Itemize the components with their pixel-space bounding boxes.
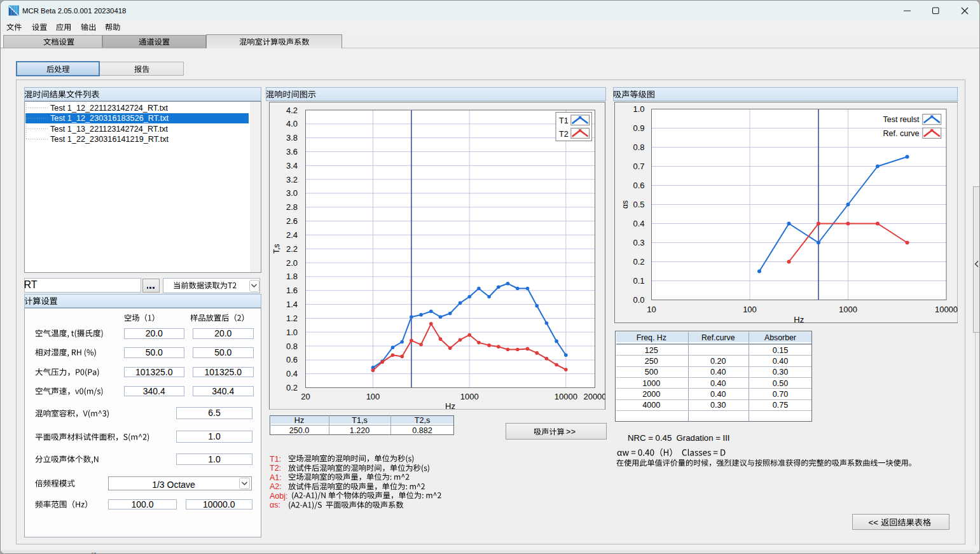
svg-text:1000: 1000 <box>839 304 857 314</box>
svg-text:0.4: 0.4 <box>633 219 644 228</box>
svg-text:2.4: 2.4 <box>286 230 297 239</box>
svg-text:2.6: 2.6 <box>286 216 297 226</box>
svg-text:T1: T1 <box>559 116 569 125</box>
svg-text:2.0: 2.0 <box>286 258 297 267</box>
svg-text:4.0: 4.0 <box>286 119 297 128</box>
svg-text:0.2: 0.2 <box>633 257 644 267</box>
svg-text:Hz: Hz <box>794 314 804 323</box>
svg-text:1000: 1000 <box>460 391 478 401</box>
svg-text:0.0: 0.0 <box>633 295 644 305</box>
svg-text:Ref. curve: Ref. curve <box>883 128 919 137</box>
svg-text:1.0: 1.0 <box>286 327 297 336</box>
svg-text:0.5: 0.5 <box>633 200 644 209</box>
svg-text:Test reulst: Test reulst <box>883 115 919 124</box>
svg-text:3.8: 3.8 <box>286 133 297 142</box>
svg-text:10000: 10000 <box>934 304 957 314</box>
svg-text:T,s: T,s <box>272 244 281 253</box>
svg-text:0.9: 0.9 <box>633 123 644 133</box>
svg-text:3.2: 3.2 <box>286 174 297 184</box>
svg-text:1.6: 1.6 <box>286 286 297 295</box>
svg-text:0.6: 0.6 <box>286 355 297 364</box>
svg-text:0.6: 0.6 <box>633 181 644 190</box>
svg-text:1.0: 1.0 <box>633 104 644 114</box>
svg-text:T2: T2 <box>559 129 569 138</box>
svg-text:100: 100 <box>743 304 757 314</box>
svg-text:1.8: 1.8 <box>286 272 297 281</box>
svg-text:3.0: 3.0 <box>286 188 297 198</box>
svg-text:0.8: 0.8 <box>286 341 297 350</box>
svg-text:1.4: 1.4 <box>286 300 297 309</box>
svg-text:0.8: 0.8 <box>633 142 644 152</box>
svg-text:100: 100 <box>366 391 380 401</box>
svg-text:0.7: 0.7 <box>633 162 644 171</box>
svg-text:αs: αs <box>621 200 630 209</box>
svg-text:0.4: 0.4 <box>286 369 297 378</box>
svg-text:2.8: 2.8 <box>286 202 297 212</box>
svg-text:10000: 10000 <box>554 391 577 401</box>
svg-text:2.2: 2.2 <box>286 244 297 253</box>
svg-text:10: 10 <box>647 304 656 314</box>
svg-text:3.4: 3.4 <box>286 160 297 170</box>
svg-text:20000: 20000 <box>583 391 605 401</box>
svg-text:20: 20 <box>301 391 310 401</box>
svg-text:1.2: 1.2 <box>286 313 297 322</box>
svg-text:0.1: 0.1 <box>633 276 644 286</box>
svg-text:0.3: 0.3 <box>633 238 644 247</box>
svg-text:3.6: 3.6 <box>286 147 297 156</box>
svg-text:Hz: Hz <box>445 401 455 410</box>
svg-text:4.2: 4.2 <box>286 105 297 114</box>
svg-text:0.2: 0.2 <box>286 383 297 392</box>
